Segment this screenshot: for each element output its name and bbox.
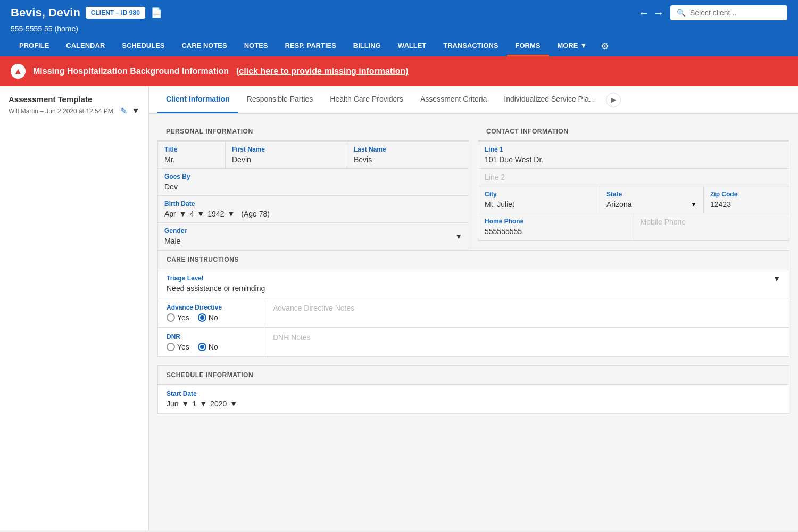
birth-year-value: 1942 <box>207 210 224 218</box>
advance-directive-notes-placeholder[interactable]: Advance Directive Notes <box>273 304 780 312</box>
line1-value[interactable]: 101 Due West Dr. <box>485 155 783 164</box>
care-instructions-section: CARE INSTRUCTIONS Triage Level Need assi… <box>157 250 789 357</box>
back-arrow[interactable]: ← <box>638 7 649 19</box>
gender-row: Gender Male ▼ <box>158 223 469 250</box>
dnr-label: DNR <box>167 333 255 340</box>
nav-arrows: ← → <box>638 7 664 19</box>
zip-value[interactable]: 12423 <box>710 200 783 209</box>
start-day-dropdown[interactable]: ▼ <box>200 400 207 408</box>
dnr-left: DNR Yes No <box>158 328 264 356</box>
start-month-value: Jun <box>167 400 179 408</box>
birth-month-dropdown[interactable]: ▼ <box>179 210 187 218</box>
start-date-label: Start Date <box>167 390 780 397</box>
tab-individualized-service[interactable]: Individualized Service Pla... <box>495 86 603 113</box>
alert-banner: ▲ Missing Hospitalization Background Inf… <box>0 56 798 86</box>
form-content: PERSONAL INFORMATION Title Mr. First Nam… <box>149 114 798 431</box>
tabs-next-arrow[interactable]: ▶ <box>606 93 621 107</box>
nav-schedules[interactable]: SCHEDULES <box>113 36 173 56</box>
nav-resp-parties[interactable]: RESP. PARTIES <box>277 36 345 56</box>
main-layout: Assessment Template Will Martin – Jun 2 … <box>0 86 798 530</box>
birth-day-value: 4 <box>190 210 194 218</box>
line2-field: Line 2 <box>478 169 789 186</box>
sidebar-template-title: Assessment Template <box>9 95 140 104</box>
contact-info-section: CONTACT INFORMATION Line 1 101 Due West … <box>478 122 789 250</box>
birth-date-row: Birth Date Apr ▼ 4 ▼ 1942 ▼ (Age 78) <box>158 196 469 223</box>
sidebar-subtitle: Will Martin – Jun 2 2020 at 12:54 PM ✎ ▼ <box>9 106 140 116</box>
city-value[interactable]: Mt. Juliet <box>485 200 593 209</box>
sidebar-actions: ✎ ▼ <box>120 106 140 116</box>
tab-health-care-providers[interactable]: Health Care Providers <box>321 86 412 113</box>
name-row: Title Mr. First Name Devin Last Name Bev… <box>158 142 469 169</box>
dnr-notes: DNR Notes <box>264 328 789 356</box>
first-name-cell: First Name Devin <box>226 142 347 168</box>
line2-placeholder[interactable]: Line 2 <box>485 173 783 181</box>
nav-transactions[interactable]: TRANSACTIONS <box>435 36 506 56</box>
nav-billing[interactable]: BILLING <box>345 36 389 56</box>
advance-directive-no-label[interactable]: No <box>198 313 218 322</box>
state-dropdown-arrow[interactable]: ▼ <box>691 201 697 208</box>
schedule-info-section: SCHEDULE INFORMATION Start Date Jun ▼ 1 … <box>157 365 789 414</box>
nav-calendar[interactable]: CALENDAR <box>57 36 113 56</box>
dnr-yes-label[interactable]: Yes <box>167 343 189 351</box>
document-icon[interactable]: 📄 <box>151 7 162 19</box>
start-year-dropdown[interactable]: ▼ <box>230 400 237 408</box>
advance-directive-label: Advance Directive <box>167 304 255 311</box>
client-search-box[interactable]: 🔍 ▼ <box>670 5 787 20</box>
personal-info-header: PERSONAL INFORMATION <box>157 122 469 141</box>
nav-profile[interactable]: PROFILE <box>11 36 57 56</box>
state-value[interactable]: Arizona <box>606 200 631 209</box>
start-date-row: Start Date Jun ▼ 1 ▼ 2020 ▼ <box>158 385 789 413</box>
nav-more[interactable]: MORE ▼ <box>549 36 596 56</box>
tab-responsible-parties[interactable]: Responsible Parties <box>238 86 322 113</box>
mobile-phone-placeholder[interactable]: Mobile Phone <box>641 218 783 226</box>
nav-forms[interactable]: FORMS <box>507 36 549 56</box>
tab-assessment-criteria[interactable]: Assessment Criteria <box>412 86 495 113</box>
triage-value[interactable]: Need assistance or reminding <box>167 284 769 293</box>
edit-icon[interactable]: ✎ <box>120 106 127 116</box>
line1-label: Line 1 <box>485 146 783 153</box>
alert-message: Missing Hospitalization Background Infor… <box>33 66 229 76</box>
title-value[interactable]: Mr. <box>164 155 219 164</box>
birth-year-dropdown[interactable]: ▼ <box>227 210 235 218</box>
line1-field: Line 1 101 Due West Dr. <box>478 142 789 169</box>
dnr-no-label[interactable]: No <box>198 343 218 351</box>
advance-directive-row: Advance Directive Yes No <box>158 298 789 328</box>
start-month-dropdown[interactable]: ▼ <box>182 400 189 408</box>
first-name-value[interactable]: Devin <box>232 155 340 164</box>
advance-directive-yes-label[interactable]: Yes <box>167 313 189 322</box>
mobile-phone-cell: Mobile Phone <box>634 213 789 240</box>
nav-notes[interactable]: NOTES <box>236 36 277 56</box>
tab-client-information[interactable]: Client Information <box>157 86 238 113</box>
dnr-no-radio[interactable] <box>198 343 206 351</box>
header-title-area: Bevis, Devin CLIENT – ID 980 📄 <box>11 6 162 20</box>
advance-directive-notes: Advance Directive Notes <box>264 298 789 327</box>
zip-cell: Zip Code 12423 <box>704 186 789 213</box>
home-phone-value[interactable]: 555555555 <box>485 227 627 236</box>
gender-value[interactable]: Male <box>164 237 187 245</box>
advance-directive-no-radio[interactable] <box>198 313 206 322</box>
client-search-input[interactable] <box>690 9 775 17</box>
settings-icon[interactable]: ⚙ <box>601 40 609 52</box>
last-name-cell: Last Name Bevis <box>347 142 469 168</box>
header: Bevis, Devin CLIENT – ID 980 📄 ← → 🔍 ▼ 5… <box>0 0 798 56</box>
gender-dropdown-arrow[interactable]: ▼ <box>455 232 462 240</box>
birth-day-dropdown[interactable]: ▼ <box>197 210 204 218</box>
triage-content: Triage Level Need assistance or remindin… <box>167 275 769 293</box>
alert-link[interactable]: (click here to provide missing informati… <box>236 66 409 76</box>
nav-wallet[interactable]: WALLET <box>389 36 435 56</box>
client-phone: 555-5555 55 (home) <box>11 24 787 36</box>
goes-by-row: Goes By Dev <box>158 169 469 196</box>
forward-arrow[interactable]: → <box>653 7 664 19</box>
dnr-notes-placeholder[interactable]: DNR Notes <box>273 333 780 342</box>
nav-care-notes[interactable]: CARE NOTES <box>173 36 235 56</box>
personal-contact-row: PERSONAL INFORMATION Title Mr. First Nam… <box>157 122 789 250</box>
triage-row: Triage Level Need assistance or remindin… <box>158 269 789 298</box>
last-name-label: Last Name <box>354 146 462 153</box>
last-name-value[interactable]: Bevis <box>354 155 462 164</box>
dnr-yes-radio[interactable] <box>167 343 175 351</box>
zip-label: Zip Code <box>710 190 783 198</box>
triage-dropdown-arrow[interactable]: ▼ <box>773 275 780 283</box>
advance-directive-yes-radio[interactable] <box>167 313 175 322</box>
goes-by-value[interactable]: Dev <box>164 182 462 191</box>
chevron-down-icon[interactable]: ▼ <box>131 106 140 116</box>
